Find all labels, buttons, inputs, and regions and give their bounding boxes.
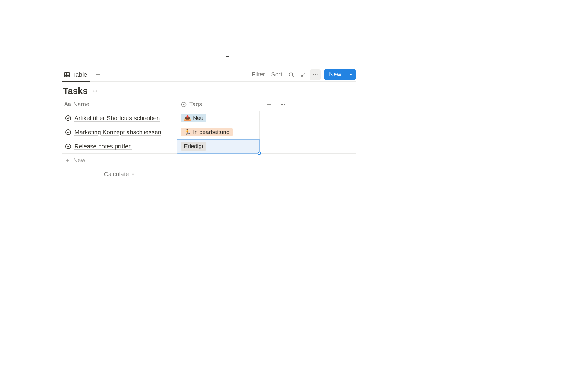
table-footer: Calculate xyxy=(62,167,356,181)
table-row: Release notes prüfenErledigt xyxy=(62,139,356,154)
svg-point-9 xyxy=(315,74,316,75)
add-column-button[interactable] xyxy=(264,100,273,109)
search-icon xyxy=(288,72,294,78)
cell-tags[interactable]: 📥Neu xyxy=(177,111,260,125)
cell-name[interactable]: Artikel über Shortcuts schreiben xyxy=(62,111,177,125)
svg-point-19 xyxy=(284,104,285,105)
cell-name[interactable]: Release notes prüfen xyxy=(62,139,177,153)
todo-status-icon[interactable] xyxy=(65,115,71,121)
cell-tags[interactable]: Erledigt xyxy=(177,139,260,153)
sort-button[interactable]: Sort xyxy=(269,69,285,80)
plus-icon xyxy=(266,102,272,107)
cell-empty[interactable] xyxy=(260,125,356,139)
table-icon xyxy=(64,71,70,78)
filter-button[interactable]: Filter xyxy=(249,69,267,80)
tag-label: Erledigt xyxy=(184,143,203,150)
select-property-icon xyxy=(181,101,187,107)
text-property-icon: Aa xyxy=(64,101,71,107)
calculate-button[interactable]: Calculate xyxy=(62,171,177,178)
svg-line-7 xyxy=(292,76,293,77)
cell-empty[interactable] xyxy=(260,139,356,153)
column-header-name[interactable]: Aa Name xyxy=(62,101,177,108)
status-tag: Erledigt xyxy=(181,142,206,151)
table-row: Marketing Konzept abschliessen🏃In bearbe… xyxy=(62,125,356,139)
svg-point-18 xyxy=(282,104,283,105)
svg-point-17 xyxy=(281,104,282,105)
tag-label: Neu xyxy=(193,115,203,121)
add-view-button[interactable] xyxy=(93,69,103,80)
svg-point-13 xyxy=(96,91,97,92)
svg-point-21 xyxy=(66,130,71,135)
view-tab-table[interactable]: Table xyxy=(62,68,90,82)
tag-label: In bearbeitung xyxy=(193,129,230,135)
dots-horizontal-icon xyxy=(92,88,98,94)
chevron-down-icon xyxy=(349,73,353,77)
expand-button[interactable] xyxy=(298,69,309,80)
status-tag: 📥Neu xyxy=(181,114,206,122)
todo-status-icon[interactable] xyxy=(65,143,71,150)
database-menu-button[interactable] xyxy=(91,87,99,95)
svg-rect-0 xyxy=(65,72,70,77)
new-button-dropdown[interactable] xyxy=(346,69,356,80)
view-tab-label: Table xyxy=(72,71,87,78)
table-row: Artikel über Shortcuts schreiben📥Neu xyxy=(62,111,356,125)
database-toolbar: Table Filter Sort xyxy=(62,68,356,82)
cell-tags[interactable]: 🏃In bearbeitung xyxy=(177,125,260,139)
svg-point-14 xyxy=(182,102,186,107)
chevron-down-icon xyxy=(131,172,135,176)
column-header-tags[interactable]: Tags xyxy=(177,101,260,108)
status-tag: 🏃In bearbeitung xyxy=(181,128,233,136)
column-options-button[interactable] xyxy=(278,100,287,109)
table-body: Artikel über Shortcuts schreiben📥NeuMark… xyxy=(62,111,356,154)
table-header-row: Aa Name Tags xyxy=(62,98,356,111)
database-block: Table Filter Sort xyxy=(62,68,356,181)
dots-horizontal-icon xyxy=(312,72,318,78)
new-button[interactable]: New xyxy=(324,69,346,80)
cell-name[interactable]: Marketing Konzept abschliessen xyxy=(62,125,177,139)
search-button[interactable] xyxy=(286,69,297,80)
page-title-link[interactable]: Release notes prüfen xyxy=(74,143,132,150)
tag-emoji: 📥 xyxy=(184,115,191,122)
new-button-group: New xyxy=(324,69,356,80)
svg-point-22 xyxy=(66,144,71,149)
add-row-button[interactable]: New xyxy=(62,154,356,167)
svg-point-11 xyxy=(93,91,94,92)
svg-point-8 xyxy=(313,74,314,75)
page-title-link[interactable]: Artikel über Shortcuts schreiben xyxy=(74,115,160,122)
page-title-link[interactable]: Marketing Konzept abschliessen xyxy=(74,129,161,136)
tag-emoji: 🏃 xyxy=(184,129,191,136)
cell-fill-handle[interactable] xyxy=(258,152,261,155)
text-caret-cursor xyxy=(225,56,230,64)
cell-empty[interactable] xyxy=(260,111,356,125)
svg-point-20 xyxy=(66,116,71,121)
expand-icon xyxy=(301,72,306,77)
dots-horizontal-icon xyxy=(280,102,285,107)
svg-point-6 xyxy=(289,73,293,76)
svg-point-10 xyxy=(317,74,317,75)
plus-icon xyxy=(95,72,101,77)
plus-icon xyxy=(65,158,70,163)
more-options-button[interactable] xyxy=(310,69,321,80)
database-title[interactable]: Tasks xyxy=(63,86,88,96)
svg-point-12 xyxy=(94,91,95,92)
todo-status-icon[interactable] xyxy=(65,129,71,135)
